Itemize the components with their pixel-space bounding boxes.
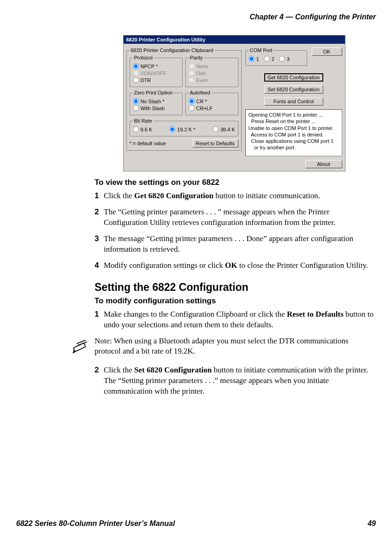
comport-1-label: 1 bbox=[256, 56, 259, 62]
step-number: 4 bbox=[95, 260, 104, 271]
clipboard-legend: 6820 Printer Configuration Clipboard bbox=[130, 47, 215, 53]
note-text: Note: When using a Bluetooth adapter you… bbox=[95, 336, 374, 357]
procedure-heading-1: To view the settings on your 6822 bbox=[95, 178, 374, 187]
step-body: Click the Get 6820 Configuration button … bbox=[104, 191, 374, 201]
footer-title: 6822 Series 80-Column Printer User’s Man… bbox=[16, 519, 175, 528]
comport-legend: COM Port bbox=[249, 47, 274, 53]
step-number: 2 bbox=[95, 207, 104, 218]
procedure-heading-2: To modify configuration settings bbox=[95, 296, 374, 306]
note-block: Note: When using a Bluetooth adapter you… bbox=[72, 336, 374, 357]
zero-print-group: Zero Print Option No Slash * With Slash bbox=[130, 90, 183, 115]
ok-button[interactable]: OK bbox=[312, 47, 342, 56]
protocol-xonxoff: XON/XOFF bbox=[133, 70, 179, 76]
default-footnote: * = default value bbox=[130, 141, 166, 146]
get-config-button[interactable]: Get 6820 Configuration bbox=[264, 73, 323, 82]
protocol-group: Protocol NPCP * XON/XOFF DTR bbox=[130, 55, 183, 87]
clipboard-group: 6820 Printer Configuration Clipboard Pro… bbox=[126, 47, 242, 151]
window-title-bar: 6820 Printer Configuration Utility bbox=[124, 35, 345, 44]
step-body: Make changes to the Configuration Clipbo… bbox=[104, 309, 374, 330]
chapter-header: Chapter 4 — Configuring the Printer bbox=[16, 13, 376, 21]
comport-2[interactable]: 2 bbox=[264, 56, 274, 62]
zero-noslash-label: No Slash * bbox=[141, 99, 165, 104]
step-number: 1 bbox=[95, 309, 104, 320]
comport-1[interactable]: 1 bbox=[249, 56, 259, 62]
parity-odd-label: Odd bbox=[196, 71, 206, 76]
fonts-control-button[interactable]: Fonts and Control bbox=[264, 97, 323, 106]
parity-none: None bbox=[189, 63, 235, 69]
step-number: 1 bbox=[95, 191, 104, 201]
about-button[interactable]: About bbox=[305, 160, 342, 168]
bitrate-group: Bit Rate 9.6 K 19.2 K * 38.4 K bbox=[130, 118, 238, 136]
config-utility-window: 6820 Printer Configuration Utility 6820 … bbox=[123, 35, 345, 171]
autofeed-cr[interactable]: CR * bbox=[189, 98, 235, 104]
zero-print-legend: Zero Print Option bbox=[133, 90, 174, 95]
bitrate-96k[interactable]: 9.6 K bbox=[133, 126, 153, 132]
autofeed-legend: Autofeed bbox=[189, 90, 212, 95]
bitrate-192k-label: 19.2 K * bbox=[177, 127, 195, 132]
protocol-npcp[interactable]: NPCP * bbox=[133, 63, 179, 69]
parity-even: Even bbox=[189, 77, 235, 83]
step-body: The “Getting printer parameters . . . ” … bbox=[104, 207, 374, 228]
step-number: 3 bbox=[95, 234, 104, 244]
parity-even-label: Even bbox=[196, 77, 208, 83]
bitrate-384k[interactable]: 38.4 K bbox=[213, 126, 235, 132]
bitrate-192k[interactable]: 19.2 K * bbox=[169, 126, 195, 132]
comport-3-label: 3 bbox=[287, 56, 290, 62]
bitrate-legend: Bit Rate bbox=[133, 118, 154, 124]
section-heading: Setting the 6822 Configuration bbox=[95, 281, 374, 294]
autofeed-cr-label: CR * bbox=[196, 99, 207, 104]
footer-page-number: 49 bbox=[368, 519, 376, 528]
zero-withslash[interactable]: With Slash bbox=[133, 105, 179, 111]
zero-withslash-label: With Slash bbox=[141, 106, 165, 111]
protocol-xonxoff-label: XON/XOFF bbox=[141, 71, 166, 76]
step-body: Modify configuration settings or click O… bbox=[104, 260, 374, 271]
parity-none-label: None bbox=[196, 64, 208, 69]
comport-3[interactable]: 3 bbox=[279, 56, 290, 62]
autofeed-crlf[interactable]: CR+LF bbox=[189, 105, 235, 111]
protocol-dtr[interactable]: DTR bbox=[133, 77, 179, 83]
comport-group: COM Port 1 2 3 bbox=[245, 47, 307, 66]
parity-group: Parity None Odd Even bbox=[185, 55, 238, 87]
protocol-dtr-label: DTR bbox=[141, 77, 151, 83]
step-number: 2 bbox=[95, 365, 104, 376]
step-body: Click the Set 6820 Configuration button … bbox=[104, 365, 374, 397]
parity-legend: Parity bbox=[189, 55, 204, 60]
autofeed-crlf-label: CR+LF bbox=[196, 106, 213, 111]
comport-2-label: 2 bbox=[272, 56, 274, 62]
protocol-legend: Protocol bbox=[133, 55, 154, 60]
autofeed-group: Autofeed CR * CR+LF bbox=[185, 90, 238, 115]
set-config-button[interactable]: Set 6820 Configuration bbox=[264, 85, 323, 94]
bitrate-96k-label: 9.6 K bbox=[141, 127, 153, 132]
step-body: The message “Getting printer parameters … bbox=[104, 234, 374, 255]
zero-noslash[interactable]: No Slash * bbox=[133, 98, 179, 104]
parity-odd: Odd bbox=[189, 70, 235, 76]
protocol-npcp-label: NPCP * bbox=[141, 64, 158, 69]
bitrate-384k-label: 38.4 K bbox=[220, 127, 235, 132]
reset-defaults-button[interactable]: Reset to Defaults bbox=[192, 139, 238, 148]
status-message-box: Opening COM Port 1 to printer ... Press … bbox=[245, 109, 342, 156]
procedure-1-steps: 1 Click the Get 6820 Configuration butto… bbox=[95, 191, 374, 271]
procedure-2-steps: 1 Make changes to the Configuration Clip… bbox=[95, 309, 374, 330]
pencil-icon bbox=[72, 337, 89, 354]
procedure-2-steps-cont: 2 Click the Set 6820 Configuration butto… bbox=[95, 365, 374, 397]
